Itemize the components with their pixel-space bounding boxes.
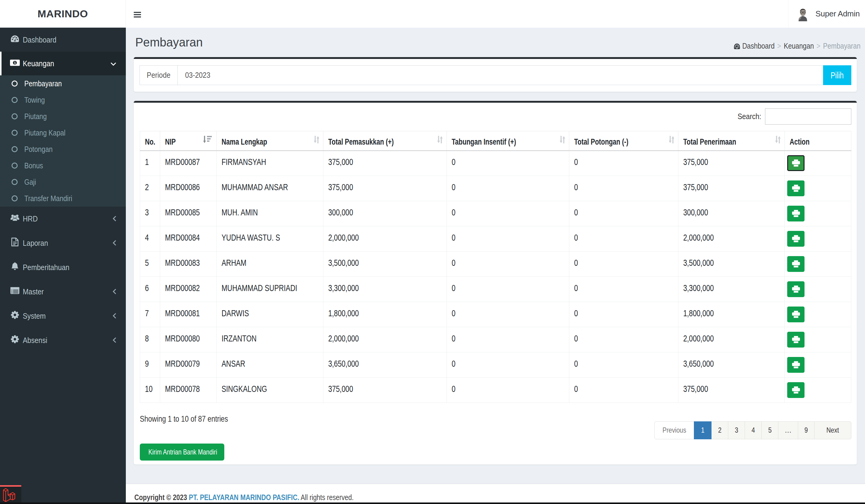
svg-text:1: 1 xyxy=(14,61,16,65)
